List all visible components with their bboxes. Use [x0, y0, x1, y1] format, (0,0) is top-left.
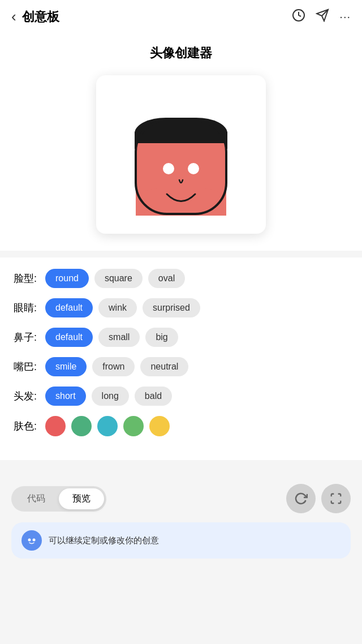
mouth-label: 嘴巴:	[14, 360, 45, 373]
tab-code[interactable]: 代码	[14, 488, 59, 509]
face-shape-buttons: round square oval	[45, 269, 185, 288]
eyes-surprised-button[interactable]: surprised	[143, 298, 200, 317]
option-row-nose: 鼻子: default small big	[14, 328, 348, 347]
svg-point-13	[28, 539, 31, 542]
face-oval-button[interactable]: oval	[148, 269, 185, 288]
svg-point-11	[188, 163, 199, 174]
header: ‹ 创意板 ···	[0, 0, 362, 33]
skin-label: 肤色:	[14, 419, 45, 433]
nose-label: 鼻子:	[14, 330, 45, 344]
skin-color-red[interactable]	[45, 416, 66, 436]
header-icons: ···	[292, 8, 351, 25]
svg-point-10	[163, 163, 174, 174]
nose-buttons: default small big	[45, 328, 178, 347]
skin-color-yellow[interactable]	[149, 416, 170, 436]
hair-long-button[interactable]: long	[92, 387, 129, 406]
page-title: 创意板	[22, 8, 59, 25]
header-left: ‹ 创意板	[11, 8, 59, 25]
skin-color-teal[interactable]	[97, 416, 118, 436]
option-row-eyes: 眼睛: default wink surprised	[14, 298, 348, 317]
nose-default-button[interactable]: default	[45, 328, 93, 347]
hair-buttons: short long bald	[45, 387, 172, 406]
history-icon[interactable]	[292, 8, 305, 25]
face-square-button[interactable]: square	[94, 269, 143, 288]
option-row-hair: 头发: short long bald	[14, 387, 348, 406]
nose-small-button[interactable]: small	[98, 328, 140, 347]
tab-bar: 代码 预览	[11, 486, 106, 512]
mouth-smile-button[interactable]: smile	[45, 357, 87, 376]
send-icon[interactable]	[316, 8, 329, 25]
svg-point-12	[25, 534, 38, 547]
eyes-buttons: default wink surprised	[45, 298, 200, 317]
face-shape-label: 脸型:	[14, 272, 45, 285]
options-section: 脸型: round square oval 眼睛: default wink s…	[0, 257, 362, 460]
nose-big-button[interactable]: big	[145, 328, 178, 347]
expand-button[interactable]	[321, 484, 351, 513]
mouth-neutral-button[interactable]: neutral	[140, 357, 188, 376]
chat-message: 可以继续定制或修改你的创意	[49, 535, 159, 546]
mouth-frown-button[interactable]: frown	[92, 357, 135, 376]
eyes-label: 眼睛:	[14, 301, 45, 315]
tab-preview[interactable]: 预览	[59, 488, 104, 509]
main-content: 头像创建器	[0, 33, 362, 579]
chat-avatar	[21, 530, 42, 551]
bottom-bar: 代码 预览	[11, 484, 351, 513]
avatar-card	[96, 75, 266, 234]
svg-point-14	[33, 539, 36, 542]
bottom-area: 代码 预览	[0, 469, 362, 568]
avatar-section: 头像创建器	[0, 33, 362, 251]
more-icon[interactable]: ···	[339, 10, 351, 23]
hair-label: 头发:	[14, 389, 45, 403]
skin-color-buttons	[45, 416, 170, 436]
option-row-mouth: 嘴巴: smile frown neutral	[14, 357, 348, 376]
avatar-section-title: 头像创建器	[150, 45, 212, 62]
chat-bubble: 可以继续定制或修改你的创意	[11, 522, 351, 559]
option-row-skin: 肤色:	[14, 416, 348, 436]
option-row-face: 脸型: round square oval	[14, 269, 348, 288]
hair-short-button[interactable]: short	[45, 387, 86, 406]
eyes-wink-button[interactable]: wink	[98, 298, 137, 317]
face-round-button[interactable]: round	[45, 269, 89, 288]
refresh-button[interactable]	[286, 484, 316, 513]
hair-bald-button[interactable]: bald	[135, 387, 172, 406]
eyes-default-button[interactable]: default	[45, 298, 93, 317]
mouth-buttons: smile frown neutral	[45, 357, 188, 376]
face-preview	[119, 87, 243, 222]
action-buttons	[286, 484, 351, 513]
back-button[interactable]: ‹	[11, 8, 16, 25]
skin-color-lightgreen[interactable]	[123, 416, 144, 436]
skin-color-green[interactable]	[71, 416, 92, 436]
